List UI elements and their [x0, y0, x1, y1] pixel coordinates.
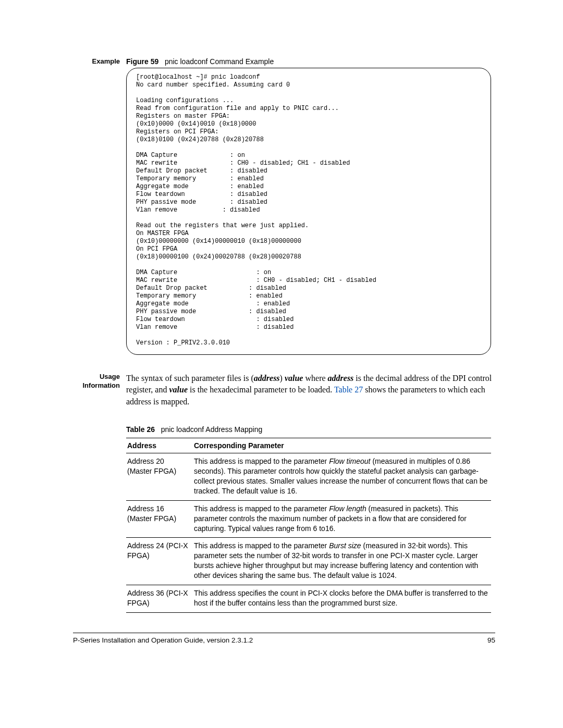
usage-p1b: ) — [280, 374, 285, 382]
usage-value-word-1: value — [285, 374, 303, 382]
param-cell: This address is mapped to the parameter … — [193, 538, 491, 585]
table-header-row: Address Corresponding Parameter — [126, 438, 491, 453]
addr-cell: Address 24 (PCI-X FPGA) — [126, 538, 193, 585]
table-title: pnic loadconf Address Mapping — [161, 425, 263, 434]
param-cell: This address specifies the count in PCI-… — [193, 585, 491, 612]
usage-value-word-2: value — [169, 385, 188, 394]
table-number: Table 26 — [126, 425, 155, 434]
th-parameter: Corresponding Parameter — [193, 438, 491, 453]
usage-p1c: where — [303, 374, 327, 382]
footer-page-number: 95 — [487, 636, 495, 644]
example-row: Example Figure 59 pnic loadconf Command … — [73, 57, 495, 355]
param-pre: This address is mapped to the parameter — [194, 541, 329, 550]
terminal-output: [root@localhost ~]# pnic loadconf No car… — [126, 68, 491, 355]
usage-row: Usage Information The syntax of such par… — [73, 373, 495, 408]
footer-rule — [73, 633, 495, 633]
param-pre: This address is mapped to the parameter — [194, 457, 329, 465]
param-pre: This address specifies the count in PCI-… — [194, 589, 488, 607]
addr-cell: Address 16 (Master FPGA) — [126, 500, 193, 538]
page-footer: P-Series Installation and Operation Guid… — [73, 636, 495, 644]
figure-caption: Figure 59 pnic loadconf Command Example — [126, 57, 495, 66]
table-row: Address 16 (Master FPGA) This address is… — [126, 500, 491, 538]
example-content: Figure 59 pnic loadconf Command Example … — [126, 57, 495, 355]
example-label: Example — [73, 57, 126, 66]
param-pre: This address is mapped to the parameter — [194, 504, 329, 513]
table-row: Address 36 (PCI-X FPGA) This address spe… — [126, 585, 491, 612]
figure-number: Figure 59 — [126, 57, 158, 66]
addr-cell: Address 20 (Master FPGA) — [126, 453, 193, 501]
address-mapping-table: Address Corresponding Parameter Address … — [126, 438, 491, 613]
usage-label: Usage Information — [73, 373, 126, 390]
table-27-link[interactable]: Table 27 — [334, 385, 363, 394]
addr-cell: Address 36 (PCI-X FPGA) — [126, 585, 193, 612]
table-content: Table 26 pnic loadconf Address Mapping A… — [126, 411, 495, 613]
usage-p1e: is the hexadecimal parameter to be loade… — [188, 385, 334, 394]
page: Example Figure 59 pnic loadconf Command … — [0, 0, 563, 675]
param-cell: This address is mapped to the parameter … — [193, 453, 491, 501]
table-row: Table 26 pnic loadconf Address Mapping A… — [73, 411, 495, 613]
param-cell: This address is mapped to the parameter … — [193, 500, 491, 538]
footer-guide-title: P-Series Installation and Operation Guid… — [73, 636, 253, 644]
table-row: Address 20 (Master FPGA) This address is… — [126, 453, 491, 501]
param-ital: Burst size — [329, 541, 361, 550]
param-ital: Flow length — [329, 504, 366, 513]
param-ital: Flow timeout — [329, 457, 370, 465]
table-caption: Table 26 pnic loadconf Address Mapping — [126, 425, 495, 434]
figure-title: pnic loadconf Command Example — [165, 57, 274, 66]
usage-address-word-2: address — [328, 374, 354, 382]
usage-content: The syntax of such parameter files is (a… — [126, 373, 495, 408]
usage-address-word-1: address — [254, 374, 280, 382]
table-row: Address 24 (PCI-X FPGA) This address is … — [126, 538, 491, 585]
th-address: Address — [126, 438, 193, 453]
usage-p1a: The syntax of such parameter files is ( — [126, 374, 254, 382]
